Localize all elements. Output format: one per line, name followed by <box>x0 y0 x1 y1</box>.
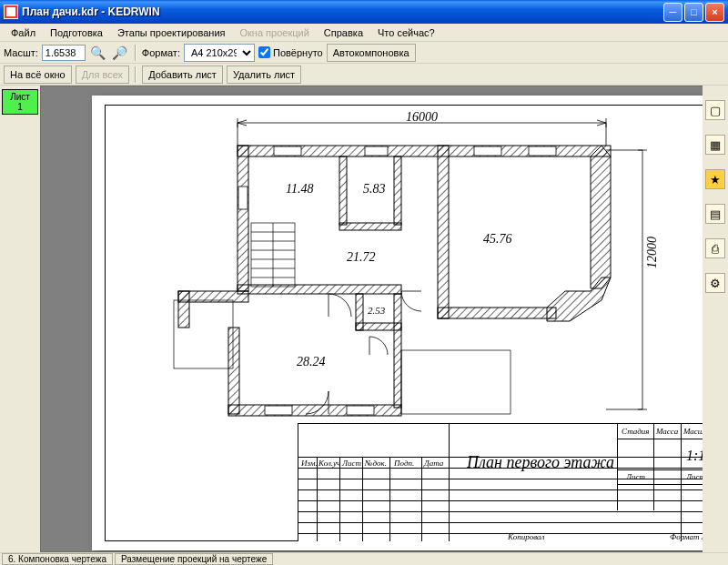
svg-rect-51 <box>238 187 248 209</box>
tb-ndok: №док. <box>365 459 387 468</box>
right-toolbar: ▢ ▦ ★ ▤ ⎙ ⚙ <box>703 86 728 552</box>
tb-kol: Кол.уч <box>318 459 340 468</box>
sheet-tab-1[interactable]: Лист 1 <box>2 89 38 115</box>
svg-rect-2 <box>6 7 15 16</box>
room-area-4: 45.76 <box>483 232 512 247</box>
sheet-tabs: Лист 1 <box>0 86 40 552</box>
svg-line-8 <box>238 123 247 126</box>
svg-line-7 <box>238 120 247 123</box>
zoom-out-icon[interactable]: 🔍 <box>89 44 107 62</box>
tb-data: Дата <box>424 459 443 468</box>
svg-rect-49 <box>474 146 501 156</box>
svg-line-10 <box>597 123 606 126</box>
rotated-checkbox[interactable]: Повёрнуто <box>258 46 323 58</box>
window-title: План дачи.kdr - KEDRWIN <box>22 5 663 18</box>
tb-copied: Копировал <box>508 532 544 541</box>
svg-rect-47 <box>274 146 301 156</box>
menu-file[interactable]: Файл <box>4 25 43 40</box>
scale-input[interactable] <box>42 45 86 61</box>
svg-rect-52 <box>265 406 292 415</box>
fullwindow-button[interactable]: На всё окно <box>4 66 72 84</box>
tool-grid-icon[interactable]: ▤ <box>705 204 725 224</box>
canvas[interactable]: 11.48 5.83 21.72 45.76 2.53 28.24 16000 … <box>40 86 703 552</box>
menu-whatnow[interactable]: Что сейчас? <box>370 25 442 40</box>
tb-izm: Изм. <box>301 459 318 468</box>
drawing-page: 11.48 5.83 21.72 45.76 2.53 28.24 16000 … <box>92 96 703 550</box>
svg-rect-28 <box>339 156 347 225</box>
svg-rect-21 <box>178 291 189 328</box>
dim-width: 16000 <box>406 110 438 125</box>
dim-height: 12000 <box>645 237 660 268</box>
tb-sheet: Лист <box>626 472 645 481</box>
window-buttons: ─ □ × <box>663 3 724 22</box>
scale-label: Масшт: <box>4 47 38 58</box>
tool-view-icon[interactable]: ▦ <box>705 135 725 155</box>
toolbar-2: На всё окно Для всех Добавить лист Удали… <box>0 64 728 86</box>
status-2: Размещение проекций на чертеже <box>115 553 273 565</box>
room-area-3: 21.72 <box>347 250 376 265</box>
svg-rect-24 <box>438 146 449 318</box>
tb-scale-val: 1:100 <box>686 448 703 464</box>
menu-help[interactable]: Справка <box>317 25 370 40</box>
svg-rect-22 <box>228 328 239 414</box>
menu-proj-windows: Окна проекций <box>233 25 317 40</box>
svg-rect-50 <box>529 146 556 156</box>
maximize-button[interactable]: □ <box>684 3 703 22</box>
title-block: Изм. Кол.уч Лист №док. Подп. Дата Стадия… <box>298 423 703 541</box>
tb-scale-lbl: Масштаб <box>683 427 703 436</box>
format-label: Формат: <box>142 47 180 58</box>
svg-rect-53 <box>347 406 374 415</box>
toolbar-1: Масшт: 🔍 🔎 Формат: A4 210x297 Повёрнуто … <box>0 42 728 64</box>
tb-sheets: Листов <box>686 472 703 481</box>
svg-rect-23 <box>228 405 401 416</box>
svg-rect-34 <box>394 294 401 408</box>
tb-format: Формат А4 <box>670 532 703 541</box>
tool-layer-icon[interactable]: ▢ <box>705 100 725 120</box>
tool-print-icon[interactable]: ⎙ <box>705 238 725 258</box>
svg-marker-26 <box>591 146 611 288</box>
tool-info-icon[interactable]: ★ <box>705 169 725 189</box>
room-area-6: 28.24 <box>297 355 326 369</box>
room-area-1: 11.48 <box>286 182 313 197</box>
room-area-2: 5.83 <box>363 182 386 197</box>
titlebar: План дачи.kdr - KEDRWIN ─ □ × <box>0 0 728 24</box>
menu-stages[interactable]: Этапы проектирования <box>110 25 233 40</box>
svg-rect-48 <box>365 146 388 156</box>
app-icon <box>4 5 18 19</box>
zoom-in-icon[interactable]: 🔎 <box>111 44 129 62</box>
svg-marker-27 <box>547 277 611 321</box>
format-select[interactable]: A4 210x297 <box>184 44 255 62</box>
separator <box>135 45 136 61</box>
separator <box>135 66 136 83</box>
autolayout-button[interactable]: Автокомпоновка <box>327 44 416 62</box>
tb-mass: Масса <box>656 427 678 436</box>
tb-podp: Подп. <box>394 459 414 468</box>
status-1: 6. Компоновка чертежа <box>2 553 113 565</box>
tool-settings-icon[interactable]: ⚙ <box>705 273 725 293</box>
svg-rect-30 <box>394 156 401 225</box>
main-area: Лист 1 <box>0 86 728 552</box>
delsheet-button[interactable]: Удалить лист <box>227 66 301 84</box>
tb-list: Лист <box>342 459 361 468</box>
tb-main-title: План первого этажа <box>467 453 614 472</box>
close-button[interactable]: × <box>705 3 724 22</box>
svg-rect-29 <box>339 223 401 230</box>
svg-rect-31 <box>238 285 401 294</box>
addsheet-button[interactable]: Добавить лист <box>142 66 223 84</box>
statusbar: 6. Компоновка чертежа Размещение проекци… <box>0 552 728 565</box>
svg-rect-19 <box>238 146 248 291</box>
tb-stage: Стадия <box>622 427 649 436</box>
menubar: Файл Подготовка Этапы проектирования Окн… <box>0 24 728 42</box>
minimize-button[interactable]: ─ <box>663 3 682 22</box>
svg-rect-55 <box>401 350 511 414</box>
room-area-5: 2.53 <box>368 305 385 316</box>
svg-line-9 <box>597 120 606 123</box>
menu-prep[interactable]: Подготовка <box>43 25 110 40</box>
svg-rect-25 <box>438 308 556 318</box>
forall-button: Для всех <box>76 66 129 84</box>
rotated-check[interactable] <box>258 46 270 58</box>
